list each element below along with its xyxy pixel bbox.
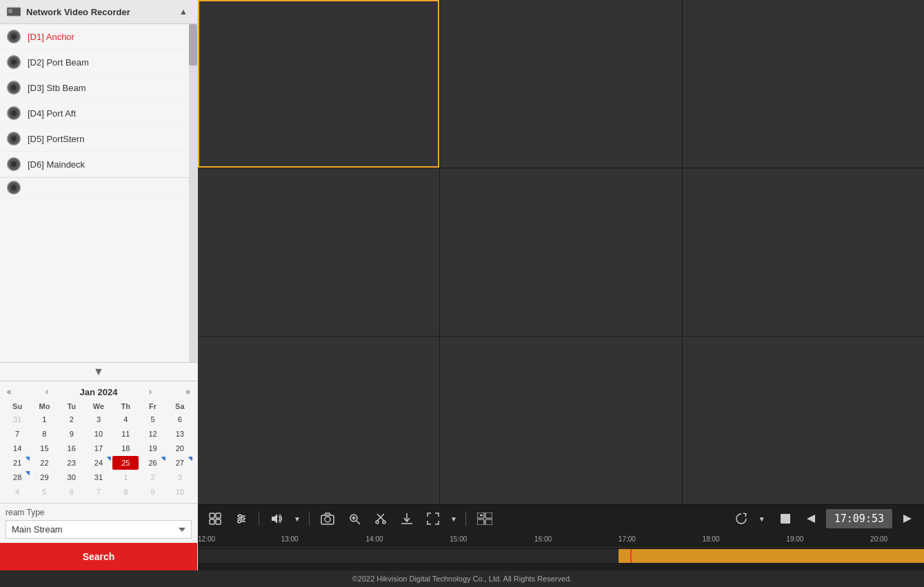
volume-btn[interactable] [266, 510, 287, 528]
cal-day-17[interactable]: 17 [86, 441, 112, 455]
cal-day-10[interactable]: 10 [86, 427, 112, 441]
cal-day-18[interactable]: 18 [112, 441, 139, 455]
backup-dropdown-btn[interactable]: ▼ [757, 514, 767, 524]
svg-rect-1 [8, 9, 12, 13]
svg-rect-29 [477, 519, 484, 525]
cal-day-7[interactable]: 7 [4, 427, 30, 441]
cal-prev-year-btn[interactable]: « [4, 386, 14, 398]
cal-day-3[interactable]: 3 [86, 412, 112, 426]
stop-btn[interactable] [775, 510, 796, 528]
cal-prev-month-btn[interactable]: ‹ [43, 386, 51, 398]
cal-day-3-next[interactable]: 3 [167, 470, 193, 484]
cal-day-31[interactable]: 31 [86, 470, 112, 484]
cal-day-2[interactable]: 2 [59, 412, 85, 426]
cal-day-7-next[interactable]: 7 [86, 485, 112, 499]
cal-day-5[interactable]: 5 [139, 412, 165, 426]
cal-day-5-next[interactable]: 5 [31, 485, 57, 499]
camera-item-d1[interactable]: [D1] Anchor [0, 24, 197, 50]
camera-icon-d2 [7, 55, 21, 69]
zoom-btn[interactable] [344, 510, 365, 528]
layout-btn[interactable] [205, 510, 225, 528]
camera-item-d6[interactable]: [D6] Maindeck [0, 152, 197, 177]
multiscreen-pause-btn[interactable] [473, 510, 496, 528]
camera-icon-d1 [7, 30, 21, 43]
snapshot-btn[interactable] [317, 510, 339, 528]
cal-day-13[interactable]: 13 [167, 427, 193, 441]
backup-btn[interactable] [731, 510, 752, 528]
cal-header-we: We [86, 401, 112, 412]
svg-rect-7 [216, 519, 221, 524]
nvr-title: Network Video Recorder [26, 7, 130, 17]
cal-day-12[interactable]: 12 [139, 427, 165, 441]
video-cell-3[interactable] [683, 0, 924, 168]
cal-day-15[interactable]: 15 [31, 441, 57, 455]
cal-next-month-btn[interactable]: › [146, 386, 154, 398]
video-cell-8[interactable] [440, 337, 681, 504]
cal-header-tu: Tu [59, 401, 85, 412]
cal-day-20[interactable]: 20 [167, 441, 193, 455]
video-cell-1[interactable] [198, 0, 439, 168]
adjust-btn[interactable] [231, 510, 252, 528]
cal-day-23[interactable]: 23 [59, 456, 85, 470]
cal-day-16[interactable]: 16 [59, 441, 85, 455]
timeline-area[interactable]: 12:00 13:00 14:00 15:00 16:00 17:00 18:0… [198, 533, 924, 570]
video-cell-9[interactable] [683, 337, 924, 504]
camera-list-scrollbar[interactable] [189, 24, 197, 362]
cal-day-26[interactable]: 26 [139, 456, 165, 470]
fullscreen-dropdown-btn[interactable]: ▼ [449, 514, 459, 524]
download-btn[interactable] [396, 510, 417, 528]
cal-day-6[interactable]: 6 [167, 412, 193, 426]
cal-day-21[interactable]: 21 [4, 456, 30, 470]
cal-day-10-next[interactable]: 10 [167, 485, 193, 499]
camera-item-d5[interactable]: [D5] PortStern [0, 126, 197, 152]
fullscreen-btn[interactable] [423, 510, 443, 528]
camera-item-d4[interactable]: [D4] Port Aft [0, 101, 197, 126]
camera-item-d3[interactable]: [D3] Stb Beam [0, 75, 197, 101]
cal-day-28[interactable]: 28 [4, 470, 30, 484]
timeline-track[interactable] [198, 549, 924, 563]
cal-day-6-next[interactable]: 6 [59, 485, 85, 499]
play-btn[interactable] [898, 510, 917, 527]
cal-day-14[interactable]: 14 [4, 441, 30, 455]
sidebar-scroll-up-btn[interactable]: ▲ [177, 6, 190, 18]
video-cell-2[interactable] [440, 0, 681, 168]
svg-point-24 [383, 521, 385, 524]
search-button[interactable]: Search [0, 543, 197, 570]
camera-item-d7-partial[interactable] [0, 177, 197, 198]
cal-day-29[interactable]: 29 [31, 470, 57, 484]
video-cell-5[interactable] [440, 168, 681, 336]
cal-day-24[interactable]: 24 [86, 456, 112, 470]
cal-day-9-next[interactable]: 9 [139, 485, 165, 499]
cal-day-1-next[interactable]: 1 [112, 470, 139, 484]
separator-2 [309, 512, 310, 526]
volume-dropdown-btn[interactable]: ▼ [292, 514, 302, 524]
cal-day-31-prev[interactable]: 31 [4, 412, 30, 426]
video-cell-7[interactable] [198, 337, 439, 504]
cal-day-1[interactable]: 1 [31, 412, 57, 426]
cal-day-8-next[interactable]: 8 [112, 485, 139, 499]
cal-day-27[interactable]: 27 [167, 456, 193, 470]
cal-day-4[interactable]: 4 [112, 412, 139, 426]
reverse-btn[interactable] [801, 510, 821, 527]
scroll-down-btn[interactable]: ▼ [0, 362, 197, 381]
cal-day-22[interactable]: 22 [31, 456, 57, 470]
camera-item-d2[interactable]: [D2] Port Beam [0, 50, 197, 75]
time-display: 17:09:53 [826, 509, 892, 528]
cal-day-8[interactable]: 8 [31, 427, 57, 441]
cal-day-2-next[interactable]: 2 [139, 470, 165, 484]
video-cell-4[interactable] [198, 168, 439, 336]
cal-day-4-next[interactable]: 4 [4, 485, 30, 499]
video-cell-6[interactable] [683, 168, 924, 336]
recording-bar [619, 549, 924, 563]
camera-icon-d6 [7, 157, 21, 171]
cal-day-25-today[interactable]: 25 [112, 456, 139, 470]
cal-day-30[interactable]: 30 [59, 470, 85, 484]
cal-day-11[interactable]: 11 [112, 427, 139, 441]
cal-day-19[interactable]: 19 [139, 441, 165, 455]
cal-next-year-btn[interactable]: » [183, 386, 193, 398]
stream-type-select[interactable]: Main Stream Sub Stream [6, 520, 192, 539]
clip-btn[interactable] [370, 510, 391, 528]
cal-header-th: Th [112, 401, 139, 412]
cal-day-9[interactable]: 9 [59, 427, 85, 441]
footer-text: ©2022 Hikvision Digital Technology Co., … [352, 575, 572, 583]
